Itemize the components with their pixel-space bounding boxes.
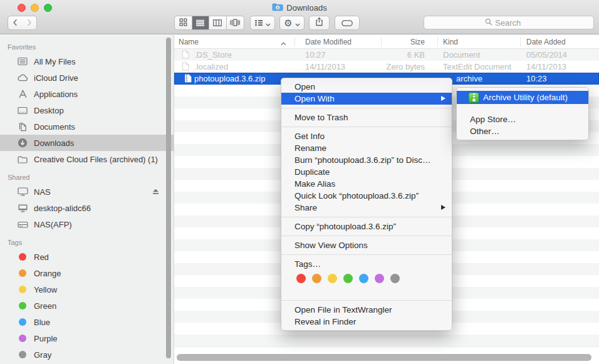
- list-view-button[interactable]: [192, 16, 210, 29]
- sidebar-item-tag-green[interactable]: Green: [0, 298, 174, 314]
- file-date-added: 14/11/2013: [526, 62, 566, 71]
- arrange-button[interactable]: [250, 16, 275, 30]
- column-divider[interactable]: [294, 37, 295, 47]
- action-button[interactable]: ⚙: [279, 16, 305, 30]
- sidebar-item-label: Desktop: [34, 106, 64, 115]
- table-row[interactable]: .DS_Store 10:27 6 KB Document 05/05/2014: [174, 49, 599, 61]
- sidebar-scrollbar[interactable]: [166, 38, 171, 358]
- table-row[interactable]: .localized 14/11/2013 Zero bytes TextEdi…: [174, 61, 599, 73]
- menu-item-label: Archive Utility (default): [483, 93, 568, 102]
- menu-item-open-with[interactable]: Open With: [281, 93, 452, 105]
- window-header: Downloads ⚙: [0, 0, 599, 34]
- menu-item-show-view-options[interactable]: Show View Options: [281, 239, 452, 251]
- menu-separator: [281, 236, 452, 236]
- menu-item-get-info[interactable]: Get Info: [281, 130, 452, 142]
- sidebar-item-icloud-drive[interactable]: iCloud Drive: [0, 70, 174, 86]
- list-view-icon: [196, 18, 204, 29]
- purple-tag-dot[interactable]: [375, 274, 384, 283]
- yellow-tag-icon: [19, 286, 26, 293]
- share-button[interactable]: [309, 16, 330, 30]
- file-date-added: 05/05/2014: [526, 50, 567, 60]
- horizontal-scrollbar[interactable]: [177, 354, 591, 361]
- menu-item-duplicate[interactable]: Duplicate: [281, 166, 452, 178]
- sidebar-item-desktop-alidc66[interactable]: desktop-alidc66: [0, 200, 174, 216]
- sidebar-item-label: Blue: [34, 318, 50, 327]
- column-header-date-added[interactable]: Date Added: [526, 38, 566, 46]
- menu-item-quick-look[interactable]: Quick Look “photoupload.3.6.zip”: [281, 190, 452, 202]
- menu-item-burn[interactable]: Burn “photoupload.3.6.zip” to Disc…: [281, 154, 452, 166]
- column-header-kind[interactable]: Kind: [443, 38, 458, 46]
- submenu-item-app-store[interactable]: App Store…: [457, 113, 588, 125]
- menu-item-copy[interactable]: Copy “photoupload.3.6.zip”: [281, 221, 452, 232]
- menu-item-rename[interactable]: Rename: [281, 142, 452, 154]
- column-view-button[interactable]: [209, 16, 227, 29]
- archive-utility-icon: [469, 93, 479, 103]
- submenu-item-archive-utility[interactable]: Archive Utility (default): [457, 91, 588, 104]
- file-icon: [182, 50, 189, 61]
- column-divider[interactable]: [520, 37, 521, 47]
- menu-item-tags[interactable]: Tags…: [281, 258, 452, 270]
- coverflow-view-icon: [230, 18, 240, 29]
- forward-button[interactable]: [22, 16, 37, 30]
- menu-item-label: Share: [294, 203, 317, 212]
- column-divider[interactable]: [437, 37, 438, 47]
- sidebar-item-label: Creative Cloud Files (archived) (1): [34, 155, 158, 164]
- column-header-date-modified[interactable]: Date Modified: [305, 38, 352, 46]
- submenu-item-other[interactable]: Other…: [457, 125, 588, 137]
- sidebar-item-label: desktop-alidc66: [34, 204, 91, 213]
- yellow-tag-dot[interactable]: [328, 274, 337, 283]
- sidebar-item-downloads[interactable]: Downloads: [0, 135, 174, 151]
- menu-item-open-in-textwrangler[interactable]: Open File in TextWrangler: [281, 304, 452, 316]
- menu-item-share[interactable]: Share: [281, 202, 452, 214]
- eject-icon[interactable]: [152, 187, 160, 197]
- sidebar-item-label: Applications: [34, 90, 78, 99]
- menu-item-make-alias[interactable]: Make Alias: [281, 178, 452, 190]
- gray-tag-dot[interactable]: [390, 274, 400, 283]
- search-field[interactable]: [424, 16, 594, 29]
- sidebar-item-label: Orange: [34, 269, 61, 278]
- list-header: Name Date Modified Size Kind Date Added: [174, 35, 599, 49]
- tag-icon: [341, 18, 353, 29]
- sidebar-item-all-my-files[interactable]: All My Files: [0, 53, 174, 70]
- orange-tag-dot[interactable]: [312, 274, 321, 283]
- menu-separator: [281, 217, 452, 217]
- search-icon: [485, 17, 492, 28]
- column-header-name[interactable]: Name: [179, 38, 199, 46]
- blue-tag-dot[interactable]: [359, 274, 368, 283]
- sidebar-item-documents[interactable]: Documents: [0, 118, 174, 135]
- grid-view-icon: [179, 18, 187, 29]
- folder-icon: [17, 155, 28, 164]
- sidebar-item-label: iCloud Drive: [34, 73, 78, 83]
- back-button[interactable]: [8, 16, 23, 30]
- sidebar-item-tag-purple[interactable]: Purple: [0, 330, 174, 346]
- green-tag-dot[interactable]: [343, 274, 353, 283]
- red-tag-icon: [19, 253, 26, 261]
- context-menu: Open Open With Move to Trash Get Info Re…: [281, 78, 452, 331]
- sidebar-item-tag-red[interactable]: Red: [0, 249, 174, 265]
- sidebar-item-nas[interactable]: NAS: [0, 184, 174, 200]
- share-icon: [315, 17, 323, 29]
- sidebar-item-tag-blue[interactable]: Blue: [0, 314, 174, 330]
- sidebar-item-creative-cloud-files[interactable]: Creative Cloud Files (archived) (1): [0, 151, 174, 167]
- sidebar-item-tag-orange[interactable]: Orange: [0, 265, 174, 281]
- menu-item-open[interactable]: Open: [281, 81, 452, 93]
- icon-view-button[interactable]: [175, 16, 192, 29]
- menu-item-reveal-in-finder[interactable]: Reveal in Finder: [281, 316, 452, 328]
- sidebar-item-tag-yellow[interactable]: Yellow: [0, 281, 174, 298]
- tags-button[interactable]: [335, 16, 360, 30]
- column-header-size[interactable]: Size: [362, 38, 425, 46]
- sidebar-item-label: NAS: [34, 187, 51, 197]
- submenu-spacer: [457, 104, 588, 113]
- sidebar-item-nas-afp[interactable]: NAS(AFP): [0, 216, 174, 232]
- sidebar-item-desktop[interactable]: Desktop: [0, 102, 174, 118]
- menu-item-label: Open With: [294, 94, 335, 103]
- menu-item-move-to-trash[interactable]: Move to Trash: [281, 112, 452, 123]
- search-input[interactable]: [495, 18, 533, 28]
- file-icon: [182, 62, 189, 73]
- red-tag-dot[interactable]: [296, 274, 306, 283]
- sidebar-item-applications[interactable]: Applications: [0, 86, 174, 102]
- chevron-down-icon: [295, 18, 300, 29]
- server-icon: [17, 221, 28, 229]
- coverflow-view-button[interactable]: [227, 16, 244, 29]
- sidebar-item-tag-gray[interactable]: Gray: [0, 346, 174, 363]
